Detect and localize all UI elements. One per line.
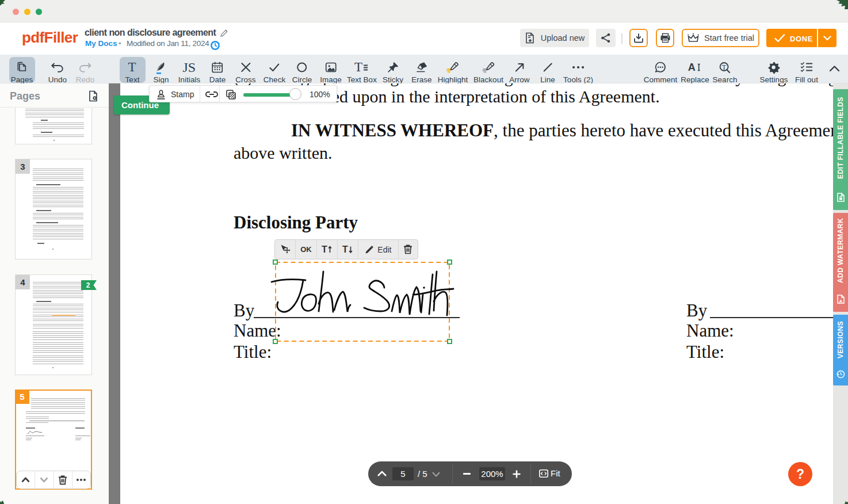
svg-text:JS: JS (183, 60, 196, 74)
svg-text:T: T (722, 63, 727, 71)
svg-text:T: T (354, 60, 362, 74)
svg-text:T: T (128, 60, 136, 74)
svg-text:A: A (688, 62, 696, 73)
svg-text:2: 2 (86, 281, 90, 289)
svg-text:T: T (343, 245, 349, 254)
svg-text:T: T (322, 245, 327, 254)
svg-text:A: A (839, 299, 843, 304)
